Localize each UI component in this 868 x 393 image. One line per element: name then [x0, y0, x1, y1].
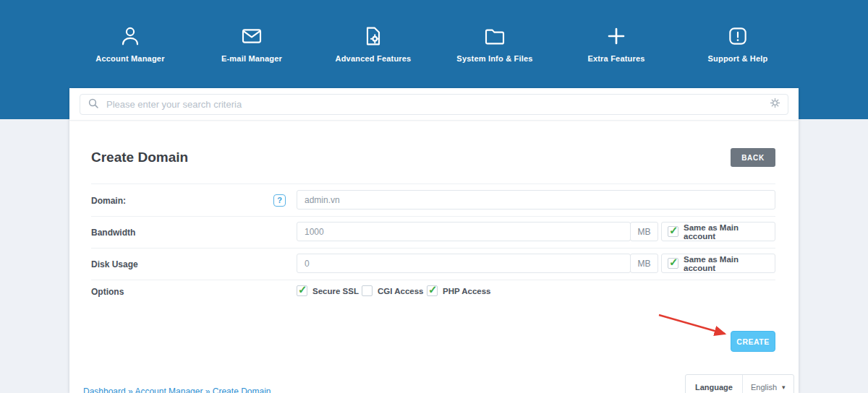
search-input[interactable]: [105, 98, 764, 111]
help-question-icon[interactable]: ?: [273, 194, 286, 207]
nav-item-account-manager[interactable]: Account Manager: [69, 25, 191, 63]
bandwidth-input[interactable]: [297, 222, 631, 241]
create-button[interactable]: CREATE: [731, 331, 775, 352]
caret-down-icon: ▾: [782, 384, 786, 391]
secure-ssl-checkbox[interactable]: ✓: [297, 285, 307, 296]
disk-same-as-main: ✓ Same as Main account: [661, 254, 775, 273]
row-divider: [91, 280, 775, 280]
disk-unit: MB: [630, 254, 658, 273]
nav-label: E-mail Manager: [221, 54, 282, 63]
search-section: [69, 88, 799, 121]
nav-item-support-help[interactable]: Support & Help: [677, 25, 799, 63]
folder-icon: [483, 25, 506, 48]
search-settings-gear-icon[interactable]: [770, 98, 780, 111]
nav-label: Account Manager: [95, 54, 164, 63]
language-label: Language: [686, 375, 743, 393]
nav-label: System Info & Files: [456, 54, 532, 63]
language-value: English: [751, 383, 777, 392]
cgi-access-checkbox[interactable]: [362, 285, 373, 296]
plus-icon: [605, 25, 628, 48]
main-panel: Create Domain BACK Domain: ? Bandwidth M…: [69, 88, 799, 393]
secure-ssl-label: Secure SSL: [312, 287, 359, 295]
alert-square-icon: [726, 25, 749, 48]
domain-input[interactable]: [297, 190, 775, 210]
check-icon: ✓: [669, 224, 678, 237]
same-as-main-label: Same as Main account: [684, 223, 769, 241]
language-dropdown[interactable]: English ▾: [743, 375, 793, 393]
check-icon: ✓: [428, 283, 438, 296]
page-title: Create Domain: [91, 150, 188, 165]
php-access-checkbox[interactable]: ✓: [427, 285, 438, 296]
same-as-main-label: Same as Main account: [684, 255, 769, 272]
footer-links[interactable]: Dashboard » Account Manager » Create Dom…: [83, 386, 271, 393]
envelope-icon: [240, 25, 263, 48]
options-label: Options: [91, 287, 124, 297]
row-divider: [91, 248, 775, 249]
language-selector: Language English ▾: [685, 374, 794, 393]
bandwidth-same-as-main: ✓ Same as Main account: [661, 222, 775, 241]
check-icon: ✓: [298, 283, 307, 296]
nav-label: Extra Features: [587, 54, 644, 63]
disk-usage-label: Disk Usage: [91, 259, 138, 269]
search-icon: [88, 98, 99, 112]
row-divider: [91, 216, 775, 217]
domain-label: Domain:: [91, 196, 126, 206]
cgi-access-label: CGI Access: [378, 287, 424, 295]
search-bar: [80, 94, 788, 115]
screen: Account Manager E-mail Manager: [0, 0, 868, 393]
option-cgi-access: CGI Access: [362, 285, 424, 296]
nav-item-extra-features[interactable]: Extra Features: [556, 25, 677, 63]
option-secure-ssl: ✓ Secure SSL: [297, 285, 359, 296]
bandwidth-same-checkbox[interactable]: ✓: [668, 226, 678, 237]
nav-item-email-manager[interactable]: E-mail Manager: [191, 25, 312, 63]
nav-item-system-info-files[interactable]: System Info & Files: [434, 25, 556, 63]
nav-label: Support & Help: [708, 54, 768, 63]
user-icon: [119, 25, 142, 48]
main-nav: Account Manager E-mail Manager: [69, 25, 799, 63]
bandwidth-unit: MB: [630, 222, 658, 241]
disk-same-checkbox[interactable]: ✓: [668, 258, 678, 269]
row-divider: [91, 183, 775, 184]
nav-label: Advanced Features: [336, 54, 412, 63]
file-gear-icon: [362, 25, 385, 48]
nav-item-advanced-features[interactable]: Advanced Features: [312, 25, 434, 63]
back-button[interactable]: BACK: [731, 148, 775, 167]
option-php-access: ✓ PHP Access: [427, 285, 491, 296]
php-access-label: PHP Access: [443, 287, 491, 295]
bandwidth-label: Bandwidth: [91, 228, 135, 238]
check-icon: ✓: [669, 256, 678, 269]
disk-usage-input[interactable]: [297, 254, 631, 273]
